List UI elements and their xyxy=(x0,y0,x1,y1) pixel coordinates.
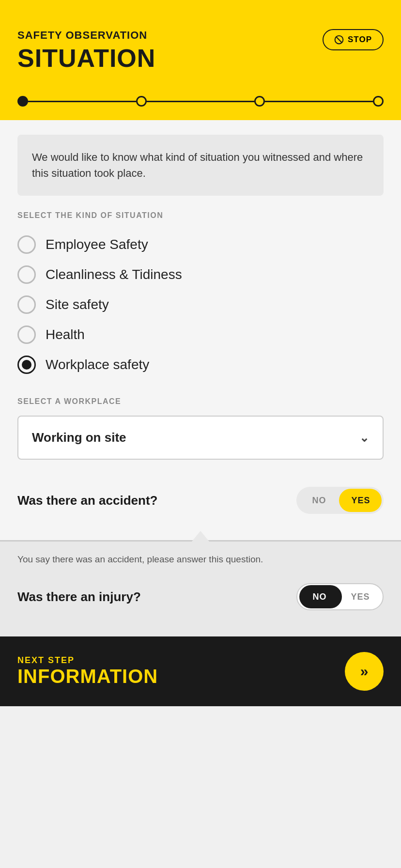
injury-question: Was there an injury? xyxy=(17,589,141,604)
workplace-section: SELECT A WORKPLACE Working on site ⌄ xyxy=(17,397,384,460)
info-box: We would like to know what kind of situa… xyxy=(17,135,384,196)
progress-dot-1 xyxy=(17,96,28,107)
progress-bar xyxy=(0,87,401,120)
footer-title: INFORMATION xyxy=(17,666,158,687)
radio-option-site-safety[interactable]: Site safety xyxy=(17,290,384,320)
page-subtitle: SAFETY OBSERVATION xyxy=(17,29,147,41)
radio-circle-employee-safety xyxy=(17,235,36,254)
footer-subtitle: NEXT STEP xyxy=(17,655,158,666)
radio-label-health: Health xyxy=(46,327,85,342)
header: SAFETY OBSERVATION SITUATION STOP xyxy=(0,0,401,87)
accident-toggle-no[interactable]: NO xyxy=(298,496,340,506)
accident-toggle[interactable]: NO YES xyxy=(296,487,384,514)
radio-option-health[interactable]: Health xyxy=(17,320,384,350)
injury-toggle-row: Was there an injury? NO YES xyxy=(17,574,384,622)
accident-sub-section: You say there was an accident, please an… xyxy=(0,540,401,636)
progress-line-3 xyxy=(265,101,373,102)
accident-sub-text: You say there was an accident, please an… xyxy=(17,554,384,565)
radio-option-cleanliness[interactable]: Cleanliness & Tidiness xyxy=(17,260,384,290)
progress-dot-3 xyxy=(254,96,265,107)
progress-dot-4 xyxy=(373,96,384,107)
accident-question: Was there an accident? xyxy=(17,493,157,508)
triangle-indicator xyxy=(192,531,209,542)
radio-label-site-safety: Site safety xyxy=(46,297,109,312)
svg-line-1 xyxy=(336,37,342,43)
radio-circle-health xyxy=(17,326,36,344)
accident-toggle-row: Was there an accident? NO YES xyxy=(17,477,384,526)
injury-toggle-no[interactable]: NO xyxy=(299,592,340,602)
radio-circle-site-safety xyxy=(17,295,36,314)
radio-option-workplace-safety[interactable]: Workplace safety xyxy=(17,350,384,380)
main-content: We would like to know what kind of situa… xyxy=(0,120,401,540)
next-button[interactable]: » xyxy=(345,652,384,691)
radio-label-cleanliness: Cleanliness & Tidiness xyxy=(46,267,182,282)
radio-circle-cleanliness xyxy=(17,265,36,284)
progress-line-2 xyxy=(147,101,255,102)
workplace-section-label: SELECT A WORKPLACE xyxy=(17,397,384,406)
next-icon: » xyxy=(360,663,369,680)
radio-option-employee-safety[interactable]: Employee Safety xyxy=(17,230,384,260)
footer-text: NEXT STEP INFORMATION xyxy=(17,655,158,687)
injury-toggle[interactable]: NO YES xyxy=(296,583,384,610)
info-text: We would like to know what kind of situa… xyxy=(32,149,369,181)
stop-button[interactable]: STOP xyxy=(323,29,384,50)
situation-radio-group: Employee Safety Cleanliness & Tidiness S… xyxy=(17,230,384,380)
footer: NEXT STEP INFORMATION » xyxy=(0,636,401,706)
radio-circle-workplace-safety xyxy=(17,356,36,374)
situation-section-label: SELECT THE KIND OF SITUATION xyxy=(17,211,384,220)
radio-label-workplace-safety: Workplace safety xyxy=(46,357,149,372)
progress-line-1 xyxy=(28,101,136,102)
workplace-dropdown[interactable]: Working on site ⌄ xyxy=(17,416,384,460)
stop-icon xyxy=(334,35,344,45)
workplace-value: Working on site xyxy=(32,430,126,445)
stop-label: STOP xyxy=(348,35,372,45)
chevron-down-icon: ⌄ xyxy=(359,431,369,445)
radio-label-employee-safety: Employee Safety xyxy=(46,237,148,252)
progress-dot-2 xyxy=(136,96,147,107)
accident-toggle-yes[interactable]: YES xyxy=(340,496,382,506)
injury-toggle-yes[interactable]: YES xyxy=(340,592,381,602)
